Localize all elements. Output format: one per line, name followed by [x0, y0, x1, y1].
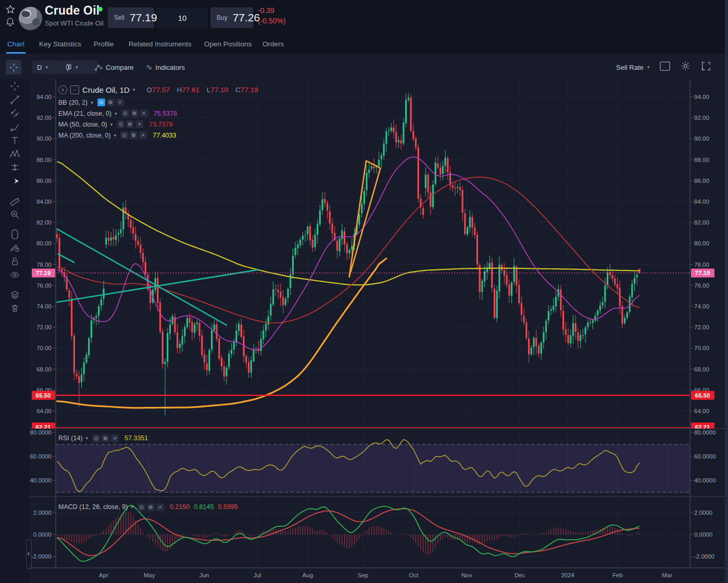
- trend-line-tool-button[interactable]: [0, 93, 29, 106]
- gear-icon[interactable]: ⚙: [131, 109, 139, 117]
- svg-text:88.00: 88.00: [36, 157, 52, 163]
- rate-type-value: Sell Rate: [616, 64, 644, 71]
- buy-button[interactable]: Buy 77.26: [210, 7, 253, 28]
- compare-button[interactable]: Compare: [94, 60, 133, 74]
- indicator-label[interactable]: EMA (21, close, 0): [58, 110, 111, 117]
- close-icon[interactable]: ×: [116, 98, 124, 106]
- forecast-tool-button[interactable]: [0, 160, 29, 174]
- magnet-tool-button[interactable]: [0, 227, 29, 241]
- svg-text:70.00: 70.00: [694, 345, 709, 351]
- tab-related-instruments[interactable]: Related Instruments: [128, 36, 193, 54]
- brush-tool-button[interactable]: [0, 120, 29, 133]
- crosshair-icon: [9, 63, 18, 72]
- eye-icon[interactable]: ⊙: [97, 98, 105, 106]
- fullscreen-button[interactable]: [701, 61, 711, 73]
- quantity-input[interactable]: 10: [157, 7, 208, 28]
- buy-price: 77.26: [233, 11, 260, 24]
- tab-profile[interactable]: Profile: [93, 36, 115, 54]
- object-tree-tool-button[interactable]: [0, 288, 29, 301]
- ruler-tool-icon: [10, 196, 20, 206]
- interval-value: D: [37, 64, 42, 71]
- indicator-label[interactable]: MA (200, close, 0): [58, 132, 111, 139]
- svg-text:60.0000: 60.0000: [30, 453, 52, 460]
- pattern-tool-button[interactable]: [0, 147, 29, 160]
- ruler-tool-button[interactable]: [0, 194, 29, 207]
- crosshair-tool-button[interactable]: [6, 60, 21, 75]
- svg-text:76.00: 76.00: [36, 282, 52, 289]
- gear-icon[interactable]: ⚙: [126, 120, 134, 128]
- chevron-down-icon: ▾: [76, 65, 78, 70]
- rate-type-select[interactable]: Sell Rate ▾: [616, 60, 649, 74]
- eye-icon[interactable]: ⊙: [120, 131, 128, 139]
- tab-open-positions[interactable]: Open Positions: [203, 36, 253, 54]
- close-icon[interactable]: ×: [156, 503, 164, 511]
- zoom-in-tool-button[interactable]: [0, 207, 29, 221]
- chart-type-select[interactable]: ▾: [61, 60, 97, 74]
- close-icon[interactable]: ×: [135, 120, 143, 128]
- indicators-button[interactable]: ∿ Indicators: [146, 60, 185, 74]
- macd-line-value: 0.8145: [194, 503, 214, 511]
- page-scrollbar[interactable]: [725, 0, 728, 583]
- eye-icon[interactable]: ⊙: [137, 503, 145, 511]
- eye-icon[interactable]: ⊙: [117, 120, 124, 128]
- remove-drawings-tool-icon: [10, 303, 20, 313]
- close-icon[interactable]: ×: [140, 109, 148, 117]
- parallel-lines-tool-icon: [10, 108, 20, 118]
- svg-text:Dec: Dec: [514, 572, 525, 578]
- remove-drawings-tool-button[interactable]: [0, 301, 29, 315]
- svg-text:77.19: 77.19: [36, 270, 51, 276]
- eye-icon[interactable]: ⊙: [92, 435, 100, 442]
- price-change: -0.39 (-0.50%): [258, 5, 286, 26]
- indicator-label[interactable]: BB (20, 2): [58, 99, 87, 106]
- text-tool-button[interactable]: [0, 133, 29, 147]
- tab-orders[interactable]: Orders: [261, 36, 285, 54]
- gear-icon[interactable]: ⚙: [102, 435, 109, 442]
- svg-text:Jul: Jul: [254, 572, 261, 578]
- trading-app: 94.0094.0092.0092.0090.0090.0088.0088.00…: [0, 0, 728, 583]
- arrow-tool-button[interactable]: [0, 174, 29, 188]
- minimize-legend-icon[interactable]: −: [70, 85, 79, 94]
- object-tree-tool-icon: [10, 290, 20, 300]
- interval-select[interactable]: D ▾: [32, 60, 65, 74]
- pane-scroll-handle[interactable]: [26, 539, 32, 569]
- parallel-lines-tool-button[interactable]: [0, 106, 29, 120]
- svg-text:65.50: 65.50: [695, 392, 710, 399]
- indicator-label[interactable]: MA (50, close, 0): [58, 121, 107, 128]
- brush-tool-icon: [10, 122, 20, 132]
- snapshot-button[interactable]: [660, 61, 670, 73]
- magnet-tool-icon: [10, 229, 20, 239]
- close-icon[interactable]: ×: [139, 131, 147, 139]
- svg-text:77.19: 77.19: [695, 270, 710, 276]
- indicator-row-ma50: MA (50, close, 0) ▾ ⊙ ⚙ × 73.7378: [58, 119, 258, 130]
- svg-text:2.0000: 2.0000: [694, 510, 712, 516]
- gear-icon[interactable]: ⚙: [107, 98, 115, 106]
- svg-text:Aug: Aug: [303, 572, 313, 578]
- svg-text:78.00: 78.00: [36, 262, 52, 268]
- close-icon[interactable]: ×: [111, 435, 119, 442]
- alert-bell-icon[interactable]: [5, 17, 15, 27]
- gear-icon[interactable]: ⚙: [147, 503, 155, 511]
- svg-text:60.0000: 60.0000: [694, 453, 716, 460]
- indicator-row-bb: BB (20, 2) ▾ ⊙ ⚙ ×: [58, 97, 258, 108]
- forecast-tool-icon: [10, 163, 20, 172]
- eye-icon[interactable]: ⊙: [121, 109, 129, 117]
- chart-legend: ∨ − Crude Oil, 1D ▾ O77.57 H77.61 L77.10…: [58, 83, 258, 141]
- tab-chart[interactable]: Chart: [6, 36, 26, 54]
- ohlc-values: O77.57 H77.61 L77.10 C77.19: [146, 86, 258, 94]
- svg-text:65.50: 65.50: [36, 392, 51, 399]
- hide-drawings-tool-button[interactable]: [0, 268, 29, 281]
- drawing-lock-tool-button[interactable]: [0, 241, 29, 254]
- macd-label[interactable]: MACD (12, 26, close, 9): [58, 503, 128, 511]
- crosshair-tool-button[interactable]: [0, 79, 29, 93]
- indicator-value: 73.7378: [149, 121, 172, 128]
- sell-button[interactable]: Sell 77.19: [108, 7, 154, 28]
- tab-key-statistics[interactable]: Key Statistics: [38, 36, 82, 54]
- collapse-legend-icon[interactable]: ∨: [58, 85, 67, 94]
- favorite-star-icon[interactable]: [5, 4, 16, 15]
- chart-settings-button[interactable]: [681, 61, 691, 73]
- lock-tool-button[interactable]: [0, 254, 29, 268]
- rsi-label[interactable]: RSI (14): [58, 435, 83, 442]
- legend-symbol[interactable]: Crude Oil, 1D: [82, 85, 130, 94]
- gear-icon[interactable]: ⚙: [130, 131, 137, 139]
- svg-text:90.00: 90.00: [694, 135, 709, 142]
